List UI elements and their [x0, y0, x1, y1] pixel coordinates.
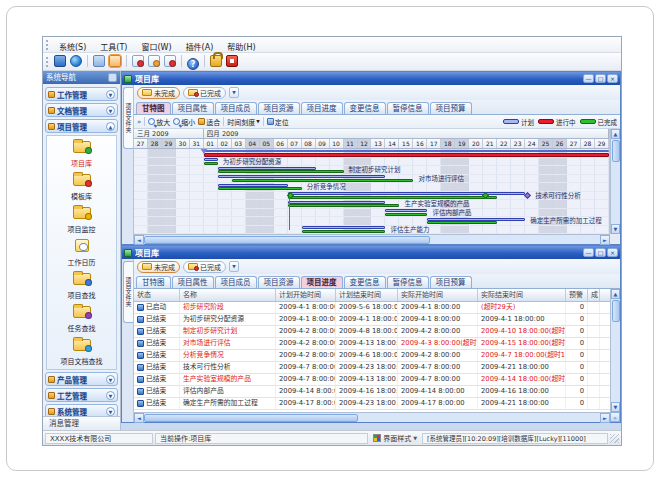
tab-项目预算[interactable]: 项目预算: [430, 102, 472, 114]
maximize-button[interactable]: □: [595, 248, 606, 257]
tab-项目进度[interactable]: 项目进度: [301, 102, 343, 114]
folder-filter-未完成[interactable]: 未完成: [137, 261, 180, 273]
zoom-in-button[interactable]: 放大: [148, 117, 170, 127]
zoom-out-button[interactable]: 缩小: [173, 117, 195, 127]
sidebar-group-工作管理[interactable]: 工作管理▼: [45, 87, 118, 101]
monitor-icon[interactable]: [54, 55, 66, 67]
sidebar-group-工艺管理[interactable]: 工艺管理▼: [45, 388, 118, 402]
menu-item-工具(T)[interactable]: 工具(T): [93, 43, 134, 52]
mail-new-icon[interactable]: [132, 55, 144, 67]
sidebar-item-任务查找[interactable]: 任务查找: [47, 302, 116, 335]
column-header-名称[interactable]: 名称: [180, 289, 276, 301]
maximize-button[interactable]: □: [595, 74, 606, 83]
gantt-bar-actual-为初步研究分配资源[interactable]: [204, 162, 218, 165]
gantt-bar-actual-确定生产所需的加工过程[interactable]: [427, 221, 497, 224]
menu-item-窗口(W)[interactable]: 窗口(W): [134, 43, 178, 52]
scroll-up-button[interactable]: ▲: [611, 129, 620, 139]
minimize-button[interactable]: —: [583, 74, 594, 83]
resize-grip[interactable]: [610, 434, 619, 443]
vertical-scrollbar[interactable]: ▲▼: [610, 129, 620, 234]
close-button[interactable]: ×: [607, 248, 618, 257]
gantt-bar-actual-评估内部产品[interactable]: [385, 213, 427, 216]
tab-甘特图[interactable]: 甘特图: [136, 102, 171, 114]
table-overflow-button[interactable]: »: [610, 412, 620, 422]
tab-暂停信息[interactable]: 暂停信息: [387, 102, 429, 114]
sidebar-item-项目查找[interactable]: 项目查找: [47, 269, 116, 302]
column-header-计划开始时间[interactable]: 计划开始时间: [276, 289, 336, 301]
close-button[interactable]: ×: [607, 74, 618, 83]
sidebar-item-模板库[interactable]: 模板库: [47, 170, 116, 203]
table-row[interactable]: 已结束对市场进行评估2009-4-2 8:00:002009-4-13 18:0…: [134, 338, 610, 350]
folder-icon[interactable]: [93, 55, 105, 67]
lock-icon[interactable]: [210, 55, 222, 67]
table-row[interactable]: 已结束技术可行性分析2009-4-7 8:00:002009-4-23 18:0…: [134, 362, 610, 374]
scroll-left-button[interactable]: ◄: [134, 413, 144, 423]
scroll-thumb[interactable]: [612, 140, 620, 162]
sidebar-group-项目管理[interactable]: 项目管理▲: [45, 119, 118, 133]
sidebar-item-项目监控[interactable]: 项目监控: [47, 203, 116, 236]
scroll-thumb[interactable]: [144, 236, 430, 244]
locate-button[interactable]: 定位: [267, 117, 289, 127]
menu-item-帮助(H)[interactable]: 帮助(H): [220, 43, 262, 52]
tab-项目成员[interactable]: 项目成员: [215, 102, 257, 114]
toolbar-overflow-icon[interactable]: »: [137, 118, 141, 126]
sidebar-item-工作日历[interactable]: 工作日历: [47, 236, 116, 269]
table-row[interactable]: 已结束分析竞争情况2009-4-2 8:00:002009-4-6 18:00:…: [134, 350, 610, 362]
gantt-bar-actual-技术可行性分析[interactable]: [288, 196, 498, 199]
fit-button[interactable]: 适合: [198, 117, 220, 127]
column-header-预警[interactable]: 预警: [566, 289, 588, 301]
scroll-right-button[interactable]: ►: [600, 235, 610, 245]
folder-filter-未完成[interactable]: 未完成: [137, 87, 180, 99]
scroll-thumb[interactable]: [612, 300, 620, 322]
column-header-实际开始时间[interactable]: 实际开始时间: [398, 289, 478, 301]
ui-style-button[interactable]: 界面样式 ▼: [370, 433, 420, 444]
chevron-down-icon[interactable]: ▼: [106, 375, 115, 384]
tab-项目属性[interactable]: 项目属性: [172, 102, 214, 114]
scroll-left-button[interactable]: ◄: [134, 235, 144, 245]
folder-filter-已完成[interactable]: 已完成: [183, 87, 226, 99]
mail-open-icon[interactable]: [148, 55, 160, 67]
gantt-bar-inprogress-初步研究阶段[interactable]: [204, 153, 609, 157]
scroll-thumb[interactable]: [144, 414, 358, 422]
tab-项目资源[interactable]: 项目资源: [258, 276, 300, 288]
stop-icon[interactable]: [226, 55, 238, 67]
horizontal-scrollbar[interactable]: ◄►: [134, 234, 610, 244]
window-titlebar[interactable]: 项目库—□×: [122, 72, 620, 85]
tab-变更信息[interactable]: 变更信息: [344, 102, 386, 114]
table-row[interactable]: 已结束生产实验室规模的产品2009-4-7 8:00:002009-4-13 1…: [134, 374, 610, 386]
dropdown-button[interactable]: ▼: [229, 261, 239, 272]
column-header-成[interactable]: 成: [588, 289, 600, 301]
table-row[interactable]: 已结束为初步研究分配资源2009-4-1 8:00:002009-4-1 18:…: [134, 314, 610, 326]
gantt-bar-actual-生产实验室规模的产品[interactable]: [288, 204, 400, 207]
column-header-计划结束时间[interactable]: 计划结束时间: [336, 289, 398, 301]
sidebar-item-项目库[interactable]: 项目库: [47, 137, 116, 170]
gantt-bar-actual-评估生产能力[interactable]: [302, 230, 386, 233]
tab-暂停信息[interactable]: 暂停信息: [387, 276, 429, 288]
minimize-button[interactable]: —: [583, 248, 594, 257]
time-scale-dropdown[interactable]: 时间刻度▼: [227, 117, 259, 127]
gantt-bar-plan-评估生产能力[interactable]: [302, 226, 386, 229]
mail-del-icon[interactable]: [164, 55, 176, 67]
menu-item-系统(S)[interactable]: 系统(S): [52, 43, 93, 52]
table-row[interactable]: 已结束确定生产所需的加工过程2009-4-17 8:00:002009-4-23…: [134, 398, 610, 410]
tab-变更信息[interactable]: 变更信息: [344, 276, 386, 288]
tab-甘特图[interactable]: 甘特图: [136, 276, 171, 288]
chevron-down-icon[interactable]: ▼: [106, 391, 115, 400]
sidebar-group-系统管理[interactable]: 系统管理▼: [45, 404, 118, 416]
chevron-down-icon[interactable]: ▼: [106, 106, 115, 115]
help-icon[interactable]: ?: [187, 58, 199, 70]
table-row[interactable]: 已结束制定初步研究计划2009-4-2 8:00:002009-4-8 18:0…: [134, 326, 610, 338]
scroll-up-button[interactable]: ▲: [611, 289, 620, 299]
gantt-bar-plan-评估内部产品[interactable]: [385, 209, 427, 212]
table-row[interactable]: 已启动初步研究阶段2009-4-1 8:00:002009-5-6 18:00:…: [134, 302, 610, 314]
column-header-实际结束时间[interactable]: 实际结束时间: [478, 289, 566, 301]
tab-项目进度[interactable]: 项目进度: [301, 276, 343, 288]
chevron-down-icon[interactable]: ▼: [106, 90, 115, 99]
gantt-bar-plan-对市场进行评估[interactable]: [218, 175, 386, 178]
horizontal-scrollbar[interactable]: ◄►: [134, 412, 610, 422]
tab-项目成员[interactable]: 项目成员: [215, 276, 257, 288]
column-header-状态[interactable]: 状态: [134, 289, 180, 301]
gantt-bar-plan-初步研究阶段[interactable]: [204, 150, 609, 152]
scroll-down-button[interactable]: ▼: [611, 224, 620, 234]
scroll-down-button[interactable]: ▼: [611, 402, 620, 412]
